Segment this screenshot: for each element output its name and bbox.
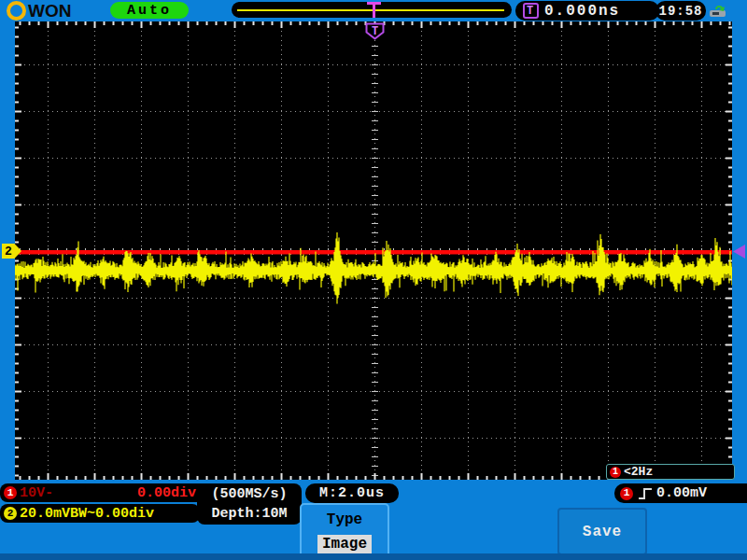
waveform-plot — [15, 21, 732, 480]
trigger-level-value: 0.00mV — [656, 485, 707, 501]
ch2-position-label: 2 — [5, 245, 12, 259]
clock-display: 19:58 — [655, 1, 706, 21]
ch1-scale: 10V- — [20, 485, 53, 501]
graticule — [15, 21, 732, 480]
oscilloscope-screen: WON Auto T 0.000ns 19:58 2 T 1 <2Hz 1 10… — [0, 0, 747, 560]
frequency-counter-badge: 1 <2Hz — [606, 464, 735, 480]
ch1-position: 0.00div — [137, 485, 196, 501]
timebase-pill: M:2.0us — [305, 483, 399, 503]
save-button[interactable]: Save — [557, 508, 647, 555]
type-button[interactable]: Type Image — [300, 503, 389, 560]
horizontal-position-line — [237, 9, 504, 11]
acquisition-pill: (500MS/s) Depth:10M — [197, 483, 302, 525]
logo-text: WON — [28, 1, 71, 21]
owon-logo: WON — [7, 1, 109, 21]
type-label: Type — [327, 511, 362, 528]
bottom-strip — [0, 553, 747, 560]
record-depth: Depth:10M — [211, 504, 287, 524]
ch2-status-pill: 2 20.0mVBW~ 0.00div — [0, 504, 200, 523]
trigger-offset-value: 0.000ns — [544, 3, 620, 20]
type-value-highlight: Image — [317, 535, 372, 553]
trigger-offset-pill: T 0.000ns — [515, 1, 659, 21]
ch1-status-pill: 1 10V- 0.00div — [0, 483, 218, 502]
trigger-level-marker[interactable] — [733, 245, 745, 259]
acquisition-mode-label: Auto — [127, 3, 172, 19]
rising-edge-icon — [638, 487, 653, 500]
frequency-channel-badge: 1 — [610, 467, 621, 478]
timebase-value: M:2.0us — [319, 485, 385, 501]
horizontal-position-bar — [232, 2, 512, 18]
ch2-badge: 2 — [4, 507, 17, 520]
sample-rate: (500MS/s) — [211, 484, 287, 504]
logo-ring-icon — [7, 1, 26, 21]
ch2-scale: 20.0mVBW~ — [20, 506, 95, 522]
ch2-position: 0.00div — [95, 506, 154, 522]
trigger-icon: T — [523, 3, 539, 19]
ch1-badge: 1 — [4, 486, 17, 499]
clock-value: 19:58 — [658, 4, 702, 19]
frequency-value: <2Hz — [624, 465, 653, 479]
trigger-position-badge[interactable]: T — [365, 22, 385, 40]
trigger-position-pin-stem[interactable] — [373, 4, 375, 18]
acquisition-mode-badge: Auto — [110, 2, 189, 19]
trigger-channel-badge: 1 — [620, 487, 633, 500]
trigger-position-letter: T — [372, 25, 378, 38]
trigger-level-pill: 1 0.00mV — [614, 483, 747, 503]
save-label: Save — [583, 524, 622, 540]
usb-device-icon — [707, 3, 729, 19]
